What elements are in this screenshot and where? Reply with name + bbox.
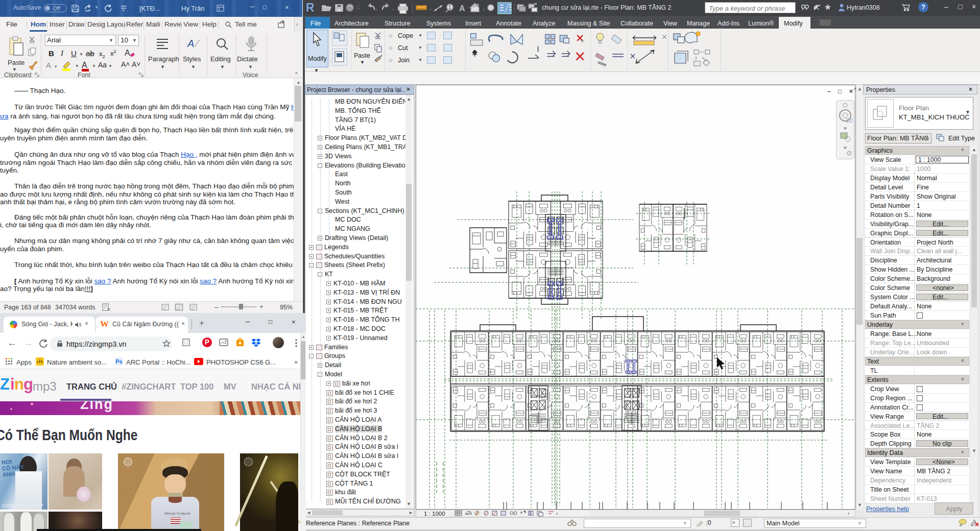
svg-text:‹: ‹ [556,511,558,516]
svg-text:Z: Z [0,375,10,393]
svg-text:n: n [14,375,24,393]
svg-text:g: g [23,375,33,393]
